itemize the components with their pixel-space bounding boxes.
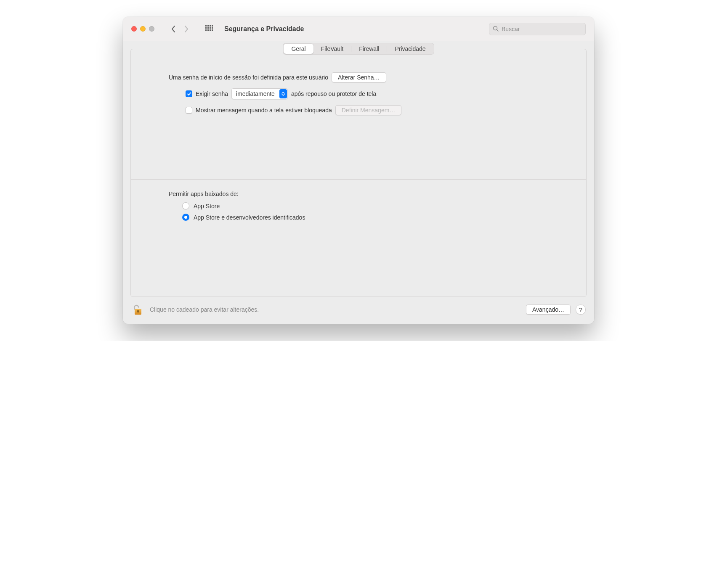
unlocked-padlock-icon — [132, 303, 144, 316]
allow-apps-radio-group: App Store App Store e desenvolvedores id… — [169, 202, 548, 221]
search-input[interactable] — [502, 26, 582, 32]
chevron-right-icon — [184, 25, 189, 33]
select-value: imediatamente — [232, 89, 279, 98]
set-lock-message-button: Definir Mensagem… — [335, 105, 402, 115]
checkmark-icon — [187, 92, 191, 96]
allow-apps-label: Permitir apps baixados de: — [169, 191, 548, 197]
titlebar: Segurança e Privacidade — [123, 17, 594, 41]
svg-rect-11 — [212, 29, 213, 31]
show-lock-message-label: Mostrar mensagem quando a tela estiver b… — [196, 107, 332, 114]
svg-rect-6 — [210, 27, 211, 29]
change-password-button[interactable]: Alterar Senha… — [332, 72, 386, 82]
svg-rect-1 — [207, 25, 209, 26]
require-password-delay-select[interactable]: imediatamente — [231, 88, 288, 99]
svg-rect-2 — [210, 25, 211, 26]
radio-app-store-identified[interactable] — [182, 214, 189, 221]
search-icon — [493, 26, 499, 32]
svg-rect-10 — [210, 29, 211, 31]
back-button[interactable] — [167, 23, 179, 35]
general-pane: Uma senha de início de sessão foi defini… — [131, 49, 586, 238]
chevron-left-icon — [171, 25, 175, 33]
radio-app-store[interactable] — [182, 202, 189, 209]
require-password-suffix: após repouso ou protetor de tela — [291, 90, 376, 97]
divider — [131, 179, 586, 180]
radio-app-store-label: App Store — [194, 203, 220, 209]
nav-buttons — [167, 23, 192, 35]
lock-button[interactable] — [131, 303, 145, 316]
content: Geral FileVault Firewall Privacidade Uma… — [123, 41, 594, 297]
footer: Clique no cadeado para evitar alterações… — [123, 297, 594, 324]
lock-hint-text: Clique no cadeado para evitar alterações… — [150, 306, 259, 313]
svg-rect-7 — [212, 27, 213, 29]
tab-general[interactable]: Geral — [284, 44, 313, 54]
help-button[interactable]: ? — [576, 305, 586, 315]
svg-rect-5 — [207, 27, 209, 29]
minimize-window-button[interactable] — [140, 26, 146, 32]
forward-button — [181, 23, 192, 35]
search-field[interactable] — [489, 23, 586, 35]
require-password-label: Exigir senha — [196, 90, 228, 97]
zoom-window-button — [149, 26, 154, 32]
radio-app-store-identified-label: App Store e desenvolvedores identificado… — [194, 214, 305, 221]
window-controls — [131, 26, 154, 32]
svg-rect-9 — [207, 29, 209, 31]
svg-rect-17 — [138, 311, 138, 313]
grid-icon — [205, 25, 213, 33]
preferences-window: Segurança e Privacidade Geral FileVault … — [123, 17, 594, 324]
password-set-label: Uma senha de início de sessão foi defini… — [169, 74, 328, 81]
svg-rect-4 — [205, 27, 207, 29]
advanced-button[interactable]: Avançado… — [526, 305, 571, 315]
tab-privacy[interactable]: Privacidade — [387, 44, 433, 54]
svg-rect-8 — [205, 29, 207, 31]
svg-rect-0 — [205, 25, 207, 26]
close-window-button[interactable] — [131, 26, 137, 32]
tabbar: Geral FileVault Firewall Privacidade — [283, 43, 434, 55]
select-stepper-icon — [279, 89, 287, 98]
window-title: Segurança e Privacidade — [224, 25, 304, 33]
svg-rect-3 — [212, 25, 213, 26]
main-panel: Geral FileVault Firewall Privacidade Uma… — [130, 49, 587, 297]
show-all-button[interactable] — [203, 23, 215, 35]
tab-filevault[interactable]: FileVault — [313, 44, 351, 54]
tab-firewall[interactable]: Firewall — [351, 44, 387, 54]
show-lock-message-checkbox[interactable] — [186, 107, 192, 114]
require-password-checkbox[interactable] — [186, 90, 192, 97]
svg-line-13 — [497, 30, 499, 32]
